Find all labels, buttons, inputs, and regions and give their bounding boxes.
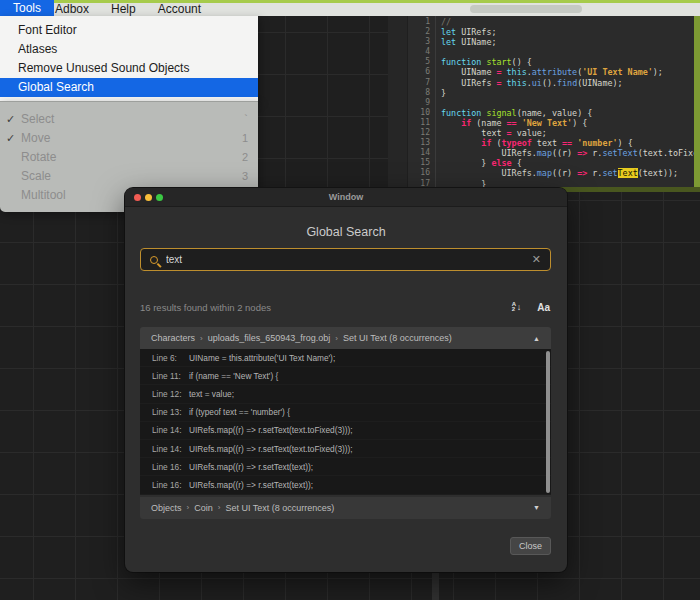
menubar-item-tools[interactable]: Tools <box>0 0 54 16</box>
menu-item-remove-unused-sound-objects[interactable]: Remove Unused Sound Objects <box>0 59 258 78</box>
close-window-button[interactable] <box>134 194 141 201</box>
menu-item-label: Select <box>21 110 244 129</box>
code-editor[interactable]: 1234567891011121314151617 //let UIRefs;l… <box>388 16 694 187</box>
sort-alpha-icon[interactable]: A 2 ↓ <box>512 302 521 313</box>
check-icon: ✓ <box>6 129 21 148</box>
zoom-window-button[interactable] <box>156 194 163 201</box>
result-row[interactable]: Line 6:UIName = this.attribute('UI Text … <box>140 349 551 367</box>
dialog-heading: Global Search <box>125 225 567 239</box>
result-code: UIName = this.attribute('UI Text Name'); <box>189 353 335 363</box>
code-line: } <box>441 179 694 188</box>
editor-scrollbar-thumb[interactable] <box>470 5 582 13</box>
results-summary-row: 16 results found within 2 nodes A 2 ↓ Aa <box>140 300 550 314</box>
result-row[interactable]: Line 14:UIRefs.map((r) => r.setText(text… <box>140 422 551 440</box>
menu-item-select[interactable]: ✓ Select ` <box>0 110 258 129</box>
result-line-number: Line 16: <box>152 462 189 472</box>
menu-item-rotate[interactable]: Rotate 2 <box>0 148 258 167</box>
menu-item-global-search[interactable]: Global Search <box>0 78 258 97</box>
menu-item-scale[interactable]: Scale 3 <box>0 167 258 186</box>
result-line-number: Line 12: <box>152 389 189 399</box>
result-row[interactable]: Line 13:if (typeof text == 'number') { <box>140 404 551 422</box>
expand-icon[interactable]: ▼ <box>533 504 540 511</box>
breadcrumb: Set UI Text (8 occurrences) <box>225 503 334 513</box>
code-line: UIName = this.attribute('UI Text Name'); <box>441 67 694 77</box>
result-row[interactable]: Line 16:UIRefs.map((r) => r.setText(text… <box>140 458 551 476</box>
chevron-right-icon: › <box>187 503 190 512</box>
menu-item-shortcut: 2 <box>242 148 248 167</box>
menubar-item-help[interactable]: Help <box>100 3 147 16</box>
menu-item-font-editor[interactable]: Font Editor <box>0 21 258 40</box>
check-icon: ✓ <box>6 110 21 129</box>
search-input[interactable] <box>166 254 532 265</box>
result-code: text = value; <box>189 389 234 399</box>
line-number: 16 <box>408 168 435 178</box>
result-line-number: Line 14: <box>152 425 189 435</box>
menubar: Tools Adbox Help Account <box>0 3 700 16</box>
line-number: 3 <box>408 37 435 47</box>
chevron-right-icon: › <box>335 334 338 343</box>
results-scrollbar-thumb[interactable] <box>546 351 550 493</box>
code-line: UIRefs.map((r) => r.setText(text)); <box>441 168 694 178</box>
line-number: 10 <box>408 108 435 118</box>
code-line: text = value; <box>441 128 694 138</box>
result-row[interactable]: Line 14:UIRefs.map((r) => r.setText(text… <box>140 440 551 458</box>
menu-item-shortcut: ` <box>244 110 248 129</box>
line-number: 8 <box>408 88 435 98</box>
result-line-number: Line 14: <box>152 444 189 454</box>
breadcrumb: Objects <box>151 503 182 513</box>
result-code: if (name == 'New Text') { <box>189 371 278 381</box>
code-line: UIRefs.map((r) => r.setText(text.toFixed… <box>441 148 694 158</box>
close-button[interactable]: Close <box>510 537 551 555</box>
code-line: if (name == 'New Text') { <box>441 118 694 128</box>
sort-arrow-icon: ↓ <box>517 302 522 312</box>
menu-item-atlases[interactable]: Atlases <box>0 40 258 59</box>
result-code: UIRefs.map((r) => r.setText(text)); <box>189 480 313 490</box>
line-number: 14 <box>408 148 435 158</box>
search-field[interactable]: ✕ <box>140 248 551 271</box>
menubar-item-account[interactable]: Account <box>147 3 212 16</box>
traffic-lights <box>134 194 163 201</box>
result-line-number: Line 6: <box>152 353 189 363</box>
result-line-number: Line 11: <box>152 371 189 381</box>
menu-item-shortcut: 1 <box>242 129 248 148</box>
collapse-icon[interactable]: ▲ <box>533 335 540 342</box>
result-group-header-objects[interactable]: Objects › Coin › Set UI Text (8 occurren… <box>140 497 551 519</box>
result-row[interactable]: Line 12:text = value; <box>140 385 551 403</box>
line-number: 1 <box>408 17 435 27</box>
line-number: 2 <box>408 27 435 37</box>
editor-fold-gutter <box>388 16 408 187</box>
window-titlebar[interactable]: Window <box>125 188 567 207</box>
result-code: UIRefs.map((r) => r.setText(text.toFixed… <box>189 444 353 454</box>
line-number: 5 <box>408 57 435 67</box>
window-title: Window <box>329 192 363 202</box>
code-line: let UIRefs; <box>441 27 694 37</box>
line-number: 7 <box>408 78 435 88</box>
result-row[interactable]: Line 16:UIRefs.map((r) => r.setText(text… <box>140 476 551 494</box>
results-panel: Characters › uploads_files_650943_frog.o… <box>140 327 551 519</box>
code-line: // <box>441 17 694 27</box>
editor-code[interactable]: //let UIRefs;let UIName;function start()… <box>436 16 694 187</box>
code-line: } <box>441 88 694 98</box>
result-row[interactable]: Line 11:if (name == 'New Text') { <box>140 367 551 385</box>
global-search-window: Window Global Search ✕ 16 results found … <box>125 188 567 572</box>
code-line <box>441 47 694 57</box>
clear-search-icon[interactable]: ✕ <box>532 254 541 265</box>
code-line: function signal(name, value) { <box>441 108 694 118</box>
line-number: 6 <box>408 67 435 77</box>
menu-item-shortcut: 3 <box>242 167 248 186</box>
line-number: 12 <box>408 128 435 138</box>
code-line: function start() { <box>441 57 694 67</box>
menu-item-move[interactable]: ✓ Move 1 <box>0 129 258 148</box>
match-case-toggle[interactable]: Aa <box>537 302 550 313</box>
breadcrumb: Characters <box>151 333 195 343</box>
result-code: UIRefs.map((r) => r.setText(text)); <box>189 462 313 472</box>
chevron-right-icon: › <box>200 334 203 343</box>
results-summary: 16 results found within 2 nodes <box>140 302 512 313</box>
line-number: 11 <box>408 118 435 128</box>
editor-frame-right <box>694 16 700 192</box>
editor-gutter: 1234567891011121314151617 <box>408 16 436 187</box>
result-group-header-characters[interactable]: Characters › uploads_files_650943_frog.o… <box>140 327 551 349</box>
result-rows: Line 6:UIName = this.attribute('UI Text … <box>140 349 551 495</box>
minimize-window-button[interactable] <box>145 194 152 201</box>
code-line: UIRefs = this.ui().find(UIName); <box>441 78 694 88</box>
